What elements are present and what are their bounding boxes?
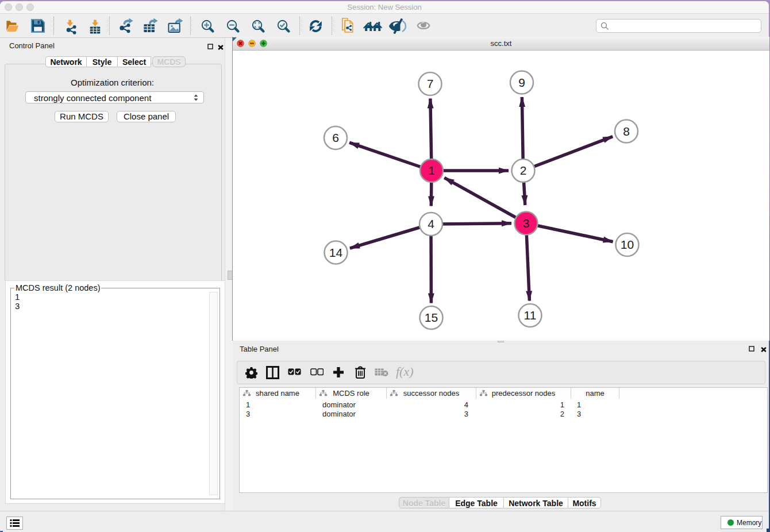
- svg-text:6: 6: [332, 131, 339, 144]
- svg-text:3: 3: [523, 217, 530, 230]
- svg-text:10: 10: [621, 238, 634, 251]
- svg-text:4: 4: [428, 217, 434, 230]
- svg-text:11: 11: [524, 309, 537, 322]
- svg-text:2: 2: [520, 164, 527, 177]
- svg-text:15: 15: [425, 311, 438, 324]
- svg-text:8: 8: [623, 125, 630, 138]
- svg-text:14: 14: [329, 246, 343, 259]
- svg-text:1: 1: [428, 164, 435, 177]
- svg-text:9: 9: [518, 76, 525, 89]
- svg-text:7: 7: [427, 77, 434, 90]
